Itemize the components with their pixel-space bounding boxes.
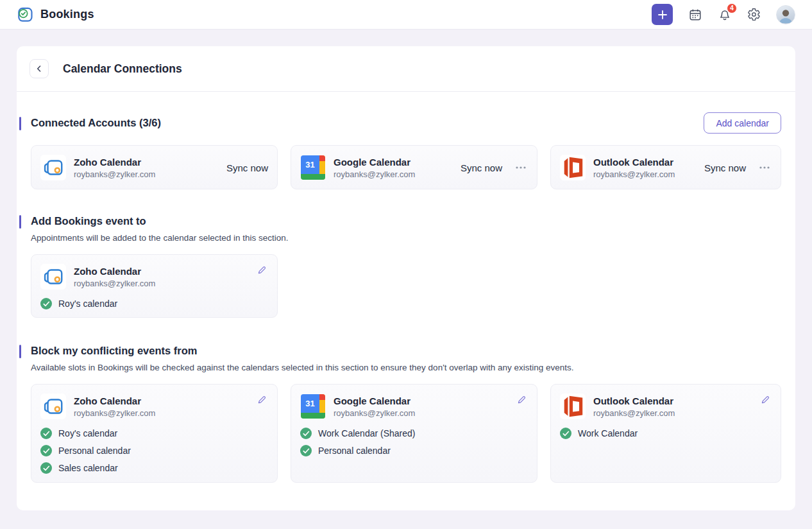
calendar-icon: [688, 8, 702, 22]
block-card-google: 31 Google Calendar roybanks@zylker.com: [291, 384, 537, 483]
ellipsis-icon: [759, 166, 770, 169]
calendar-name: Outlook Calendar: [593, 395, 675, 406]
zoho-calendar-icon: [40, 394, 66, 419]
calendar-email: roybanks@zylker.com: [74, 169, 155, 179]
selected-calendar-item: Work Calendar: [560, 428, 772, 439]
outlook-calendar-icon: [560, 155, 586, 180]
calendar-label: Work Calendar (Shared): [318, 428, 415, 438]
selected-calendar-item: Work Calendar (Shared): [300, 428, 528, 439]
check-icon: [300, 428, 312, 439]
app-title: Bookings: [40, 8, 94, 21]
check-icon: [40, 462, 52, 474]
connected-card-outlook: Outlook Calendar roybanks@zylker.com Syn…: [550, 145, 781, 189]
pencil-icon: [761, 395, 770, 404]
chevron-left-icon: [35, 64, 44, 73]
connected-card-google: 31 Google Calendar roybanks@zylker.com S…: [291, 145, 537, 189]
zoho-calendar-icon: [40, 155, 66, 180]
google-calendar-day: 31: [301, 155, 319, 174]
calendar-email: roybanks@zylker.com: [593, 408, 675, 418]
block-card-zoho: Zoho Calendar roybanks@zylker.com: [31, 384, 278, 483]
calendar-name: Zoho Calendar: [74, 266, 155, 277]
sync-now-link[interactable]: Sync now: [704, 162, 746, 173]
brand: Bookings: [17, 6, 94, 23]
calendar-connections-panel: Calendar Connections Connected Accounts …: [17, 46, 795, 510]
pencil-icon: [257, 265, 267, 275]
check-icon: [560, 428, 571, 439]
calendar-name: Google Calendar: [334, 157, 415, 168]
edit-button[interactable]: [759, 394, 772, 406]
sync-now-link[interactable]: Sync now: [461, 162, 502, 173]
selected-calendar-item: Personal calendar: [40, 445, 268, 456]
calendar-label: Personal calendar: [318, 446, 391, 456]
selected-calendar-item: Personal calendar: [300, 445, 528, 456]
more-options-button[interactable]: [757, 164, 772, 171]
section-description-block-events: Available slots in Bookings will be chec…: [31, 363, 781, 372]
check-icon: [40, 298, 52, 309]
calendar-name: Zoho Calendar: [74, 157, 155, 168]
calendar-name: Zoho Calendar: [74, 395, 155, 406]
calendar-nav-button[interactable]: [688, 8, 702, 22]
calendar-email: roybanks@zylker.com: [334, 408, 415, 418]
calendar-email: roybanks@zylker.com: [334, 169, 415, 179]
notification-badge: 4: [727, 3, 737, 13]
edit-button[interactable]: [256, 394, 268, 406]
google-calendar-icon: 31: [300, 155, 326, 180]
edit-button[interactable]: [256, 264, 268, 276]
calendar-label: Work Calendar: [578, 428, 638, 438]
page-title: Calendar Connections: [63, 62, 182, 76]
calendar-label: Sales calendar: [58, 463, 118, 473]
add-calendar-button[interactable]: Add calendar: [704, 112, 781, 134]
selected-calendar-item: Roy's calendar: [40, 428, 268, 439]
google-calendar-icon: 31: [300, 394, 326, 419]
ellipsis-icon: [515, 166, 527, 169]
bookings-logo-icon: [17, 6, 34, 23]
section-title-connected-accounts: Connected Accounts (3/6): [31, 117, 161, 129]
add-event-card-zoho: Zoho Calendar roybanks@zylker.com Roy's …: [31, 254, 278, 318]
calendar-email: roybanks@zylker.com: [74, 279, 155, 288]
edit-button[interactable]: [516, 394, 528, 406]
selected-calendar-item: Roy's calendar: [40, 298, 268, 309]
calendar-name: Outlook Calendar: [593, 157, 675, 168]
calendar-email: roybanks@zylker.com: [593, 169, 675, 179]
check-icon: [40, 428, 52, 439]
calendar-label: Roy's calendar: [58, 299, 117, 309]
selected-calendar-item: Sales calendar: [40, 462, 268, 474]
notifications-button[interactable]: 4: [718, 8, 732, 22]
check-icon: [40, 445, 52, 456]
calendar-name: Google Calendar: [334, 395, 415, 406]
section-title-add-event: Add Bookings event to: [31, 215, 146, 227]
calendar-label: Roy's calendar: [58, 428, 117, 438]
zoho-calendar-icon: [40, 264, 66, 290]
back-button[interactable]: [30, 59, 49, 78]
top-navigation-bar: Bookings: [0, 0, 812, 30]
create-button[interactable]: [652, 4, 673, 25]
outlook-calendar-icon: [560, 394, 586, 419]
connected-accounts-row: Zoho Calendar roybanks@zylker.com Sync n…: [31, 145, 781, 189]
check-icon: [300, 445, 312, 456]
more-options-button[interactable]: [514, 164, 528, 171]
section-description-add-event: Appointments will be added to the calend…: [31, 233, 781, 243]
settings-button[interactable]: [747, 8, 761, 21]
user-avatar[interactable]: [776, 5, 795, 24]
topbar-actions: 4: [652, 4, 795, 25]
connected-card-zoho: Zoho Calendar roybanks@zylker.com Sync n…: [31, 145, 278, 189]
gear-icon: [747, 8, 761, 21]
block-card-outlook: Outlook Calendar roybanks@zylker.com: [550, 384, 781, 483]
plus-icon: [657, 10, 668, 20]
google-calendar-day: 31: [301, 394, 319, 413]
sync-now-link[interactable]: Sync now: [226, 162, 268, 173]
pencil-icon: [257, 395, 267, 404]
section-title-block-events: Block my conflicting events from: [31, 345, 197, 357]
pencil-icon: [517, 395, 527, 404]
block-events-row: Zoho Calendar roybanks@zylker.com: [31, 384, 781, 483]
calendar-email: roybanks@zylker.com: [74, 408, 155, 418]
calendar-label: Personal calendar: [58, 446, 131, 456]
panel-header: Calendar Connections: [17, 46, 795, 92]
